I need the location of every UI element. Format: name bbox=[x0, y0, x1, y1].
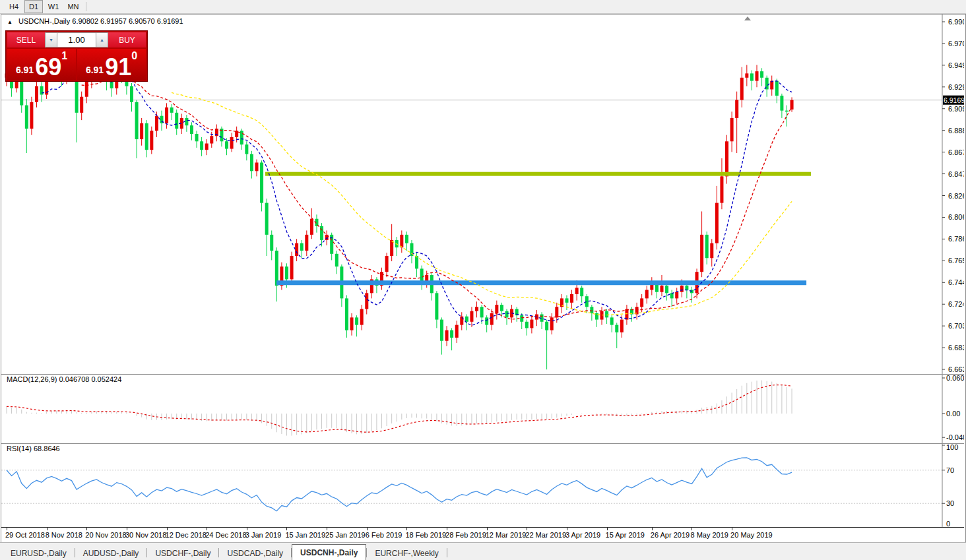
date-label: 3 Jan 2019 bbox=[245, 531, 281, 539]
price-axis-label: 6.94990 bbox=[948, 61, 964, 69]
candle-body bbox=[495, 305, 498, 313]
macd-signal-value: 0.052424 bbox=[91, 375, 121, 383]
resistance-line[interactable] bbox=[265, 172, 811, 176]
price-axis-label: 6.76510 bbox=[948, 257, 964, 264]
volume-input[interactable] bbox=[57, 32, 96, 47]
candle-body bbox=[770, 81, 773, 90]
candle-body bbox=[530, 320, 533, 328]
candle-body bbox=[285, 266, 288, 279]
chart-tab-usdchf[interactable]: USDCHF-,Daily bbox=[147, 546, 218, 560]
current-price-tag-text: 6.91691 bbox=[944, 96, 964, 104]
candle-body bbox=[345, 298, 348, 330]
candle-body bbox=[85, 81, 88, 97]
price-axis-label: 6.99070 bbox=[948, 18, 964, 26]
rsi-axis-label: 100 bbox=[946, 443, 958, 451]
chart-tab-usdcad[interactable]: USDCAD-,Daily bbox=[219, 546, 291, 560]
candle-body bbox=[320, 226, 323, 240]
timeframe-button-d1[interactable]: D1 bbox=[24, 0, 43, 13]
chart-tab-eurchf[interactable]: EURCHF-,Weekly bbox=[367, 546, 446, 560]
macd-axis-label: 0.00 bbox=[946, 410, 960, 418]
candle-body bbox=[450, 330, 453, 338]
price-axis-label: 6.86770 bbox=[948, 148, 964, 156]
candle-body bbox=[390, 240, 393, 256]
date-label: 15 Jan 2019 bbox=[285, 531, 325, 539]
candle-body bbox=[385, 256, 389, 272]
sell-button[interactable]: SELL bbox=[7, 32, 45, 47]
candle-body bbox=[270, 235, 273, 251]
date-label: 12 Mar 2019 bbox=[486, 531, 527, 539]
rsi-indicator-label: RSI(14) 68.8646 bbox=[7, 445, 60, 452]
rsi-panel[interactable]: 10070300 bbox=[1, 443, 964, 528]
candle-body bbox=[640, 298, 643, 307]
candle-body bbox=[240, 131, 243, 144]
candle-body bbox=[555, 307, 558, 317]
rsi-axis-label: 70 bbox=[946, 466, 954, 474]
date-label: 30 Nov 2018 bbox=[125, 531, 166, 539]
ohlc-high: 6.91957 bbox=[100, 17, 127, 25]
date-tick bbox=[607, 528, 608, 530]
price-axis-label: 6.78610 bbox=[948, 235, 964, 243]
date-axis[interactable]: 29 Oct 20188 Nov 201820 Nov 201830 Nov 2… bbox=[1, 527, 964, 542]
date-tick bbox=[7, 528, 7, 530]
date-tick bbox=[406, 528, 407, 530]
chart-window[interactable]: ▲ USDCNH-,Daily 6.90802 6.91957 6.90570 … bbox=[1, 14, 966, 543]
collapse-chart-icon[interactable]: ▲ bbox=[7, 19, 13, 25]
candle-body bbox=[595, 313, 598, 320]
candle-body bbox=[360, 309, 364, 325]
candle-body bbox=[700, 235, 703, 272]
candle-body bbox=[365, 293, 368, 309]
price-axis-label: 6.97030 bbox=[948, 40, 964, 47]
buy-price-display[interactable]: 6.91 91 0 bbox=[77, 49, 146, 80]
candle-body bbox=[660, 286, 663, 292]
date-tick bbox=[447, 528, 447, 530]
candle-body bbox=[295, 243, 298, 256]
price-axis-label: 6.88810 bbox=[948, 127, 964, 135]
chart-shift-marker-icon[interactable] bbox=[744, 16, 751, 20]
candle-body bbox=[30, 102, 33, 129]
candle-body bbox=[210, 136, 213, 143]
price-axis-label: 6.92950 bbox=[948, 83, 964, 91]
price-axis-label: 6.84730 bbox=[948, 170, 964, 178]
candle-body bbox=[440, 320, 443, 341]
candle-body bbox=[775, 81, 779, 96]
candle-body bbox=[310, 219, 313, 235]
candle-body bbox=[80, 97, 83, 113]
date-tick bbox=[47, 528, 48, 530]
ohlc-low: 6.90570 bbox=[129, 17, 155, 25]
macd-signal-line bbox=[7, 385, 792, 433]
chart-tab-usdcnh[interactable]: USDCNH-,Daily bbox=[292, 544, 366, 560]
buy-price-prefix: 6.91 bbox=[86, 65, 104, 75]
candle-body bbox=[490, 313, 494, 325]
candle-body bbox=[565, 298, 568, 302]
candle-body bbox=[575, 288, 579, 294]
candle-body bbox=[520, 315, 523, 322]
timeframe-button-w1[interactable]: W1 bbox=[44, 0, 63, 13]
timeframe-button-mn[interactable]: MN bbox=[64, 0, 82, 13]
volume-increase-button[interactable]: ▲ bbox=[96, 32, 108, 47]
volume-decrease-button[interactable]: ▼ bbox=[45, 32, 57, 47]
buy-price-pips: 91 bbox=[105, 57, 131, 77]
candle-body bbox=[680, 286, 684, 292]
candle-body bbox=[750, 73, 754, 80]
candle-body bbox=[525, 322, 529, 328]
price-axis-label: 6.80650 bbox=[948, 213, 964, 221]
date-label: 28 Feb 2019 bbox=[445, 531, 486, 539]
sell-price-point: 1 bbox=[61, 50, 67, 62]
buy-button[interactable]: BUY bbox=[108, 32, 146, 47]
candle-body bbox=[665, 286, 668, 293]
candle-body bbox=[265, 203, 269, 235]
macd-axis-label: -0.040415 bbox=[946, 433, 964, 441]
chart-tab-eurusd[interactable]: EURUSD-,Daily bbox=[3, 546, 75, 560]
chart-tab-audusd[interactable]: AUDUSD-,Daily bbox=[75, 546, 147, 560]
candle-body bbox=[145, 123, 148, 150]
sell-price-display[interactable]: 6.91 69 1 bbox=[7, 49, 76, 80]
date-label: 15 Apr 2019 bbox=[606, 531, 645, 539]
timeframe-button-h4[interactable]: H4 bbox=[5, 0, 23, 13]
candle-body bbox=[165, 108, 168, 123]
candle-body bbox=[470, 311, 473, 322]
date-label: 29 Oct 2018 bbox=[5, 531, 45, 539]
candle-body bbox=[720, 176, 723, 202]
date-tick bbox=[167, 528, 168, 530]
macd-panel[interactable]: 0.0603420.00-0.040415 bbox=[1, 374, 964, 443]
candle-body bbox=[135, 102, 139, 139]
